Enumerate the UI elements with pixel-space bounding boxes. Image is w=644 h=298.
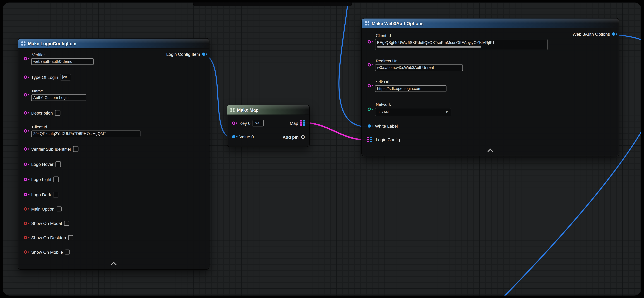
pin-map-out[interactable] [300,120,305,126]
name-label: Name [31,89,86,94]
name-input[interactable]: Auth0 Custom Login [31,94,86,101]
map-output-label: Map [290,121,298,126]
show-on-desktop-checkbox[interactable] [68,235,73,240]
logo-hover-input[interactable] [56,161,61,167]
row-logo-dark: Logo Dark [24,192,58,198]
sdk-url-input[interactable]: https://sdk.openlogin.com [375,86,446,92]
add-pin-icon: ⊕ [301,134,305,140]
pin-sdk-url[interactable] [368,84,371,88]
show-on-desktop-label: Show On Desktop [31,235,66,240]
pin-client-id[interactable] [368,40,371,43]
key0-input[interactable]: jwt [252,120,264,126]
pin-verifier-sub-identifier[interactable] [24,147,27,150]
show-on-mobile-label: Show On Mobile [31,250,63,254]
row-redirect-url: Redirect Url w3a://com.w3a.Web3AuthUnrea… [368,59,463,71]
collapse-button[interactable] [488,150,492,154]
output-map: Map [290,120,305,126]
node-header-make-web3authoptions[interactable]: Make Web3AuthOptions [362,18,619,28]
pin-name[interactable] [24,93,27,96]
row-sdk-url: Sdk Url https://sdk.openlogin.com [368,80,446,92]
logo-hover-label: Logo Hover [31,162,54,167]
pin-redirect-url[interactable] [368,63,371,66]
logo-dark-label: Logo Dark [31,192,51,197]
node-title: Make Web3AuthOptions [372,21,424,26]
node-header-make-loginconfigitem[interactable]: Make LoginConfigItem [18,39,209,48]
collapse-button[interactable] [112,263,116,267]
pin-value0[interactable] [232,135,235,138]
pin-key0[interactable] [232,122,235,125]
struct-icon [21,41,26,45]
verifier-sub-identifier-input[interactable] [73,146,78,152]
show-on-modal-checkbox[interactable] [64,221,69,226]
pin-logo-light[interactable] [24,178,27,181]
sdk-url-label: Sdk Url [375,80,446,85]
output-label: Web 3Auth Options [572,32,610,37]
row-show-on-modal: Show On Modal [24,221,69,226]
node-header-make-map[interactable]: Make Map [227,105,309,115]
pin-white-label[interactable] [368,124,371,128]
chevron-up-icon [111,262,116,268]
add-pin-label: Add pin [282,134,298,140]
client-id-input[interactable]: 294QRkchfq2YaXUbPri7D6PH7xzHgQMT [31,130,140,137]
type-of-login-input[interactable]: jwt [60,74,71,80]
row-key0: Key 0 jwt [232,120,264,126]
row-main-option: Main Option [24,206,62,212]
pin-main-option[interactable] [24,207,27,210]
logo-light-label: Logo Light [31,177,51,182]
pin-logo-hover[interactable] [24,162,27,166]
struct-icon [365,21,369,25]
login-config-label: Login Config [376,137,400,142]
pin-client-id[interactable] [24,129,27,133]
graph-canvas[interactable]: Make LoginConfigItem Login Config Item V… [3,2,641,296]
row-show-on-mobile: Show On Mobile [24,250,70,254]
verifier-sub-identifier-label: Verifier Sub Identifier [31,146,71,152]
add-pin-button[interactable]: Add pin ⊕ [282,134,305,140]
chevron-down-icon: ▾ [446,110,448,114]
network-label: Network [375,102,451,107]
row-name: Name Auth0 Custom Login [24,89,86,101]
row-verifier-sub-identifier: Verifier Sub Identifier [24,146,79,152]
row-logo-hover: Logo Hover [24,161,61,167]
node-make-map[interactable]: Make Map Key 0 jwt Map Value 0 Add pin ⊕ [227,105,310,147]
pin-show-on-modal[interactable] [24,222,27,225]
output-label: Login Config Item [166,52,200,57]
row-verifier: Verifier web3auth-auth0-demo [24,52,94,65]
pin-show-on-desktop[interactable] [24,236,27,239]
pin-show-on-mobile[interactable] [24,250,27,254]
logo-light-input[interactable] [54,176,59,182]
pin-web3auth-options-out[interactable] [612,32,615,36]
output-login-config-item: Login Config Item [166,52,207,57]
main-option-checkbox[interactable] [56,206,62,212]
key0-label: Key 0 [240,121,250,126]
description-label: Description [31,110,53,115]
client-id-label: Client Id [375,33,548,38]
pin-description[interactable] [24,111,27,114]
row-type-of-login: Type Of Login jwt [24,74,71,80]
pin-type-of-login[interactable] [24,76,27,79]
pin-login-config[interactable] [367,137,372,142]
verifier-input[interactable]: web3auth-auth0-demo [31,58,94,65]
offscreen-node-edge[interactable] [193,2,352,6]
verifier-label: Verifier [31,52,94,58]
network-dropdown[interactable]: CYAN ▾ [375,108,451,116]
node-make-web3authoptions[interactable]: Make Web3AuthOptions Web 3Auth Options C… [362,18,619,156]
show-on-mobile-checkbox[interactable] [65,250,70,254]
row-description: Description [24,110,60,116]
chevron-up-icon [488,148,493,154]
logo-dark-input[interactable] [53,192,58,198]
pin-logo-dark[interactable] [24,193,27,196]
network-selected-value: CYAN [379,110,389,114]
pin-network[interactable] [368,108,371,111]
pin-login-config-item-out[interactable] [202,52,206,56]
client-id-scrollbar[interactable] [377,46,482,48]
node-make-loginconfigitem[interactable]: Make LoginConfigItem Login Config Item V… [18,38,210,270]
row-white-label: White Label [368,124,398,128]
description-input[interactable] [55,110,60,116]
value0-label: Value 0 [240,134,254,139]
node-title: Make Map [237,108,259,112]
client-id-input[interactable]: BEglQSgt4cUWcj6SKRdu5QkOXTsePmMcusG5EAoy… [375,39,548,50]
blueprint-editor: Make LoginConfigItem Login Config Item V… [0,0,644,298]
row-network: Network CYAN ▾ [368,102,452,116]
pin-verifier[interactable] [24,57,27,60]
redirect-url-input[interactable]: w3a://com.w3a.Web3AuthUnreal [375,64,463,71]
